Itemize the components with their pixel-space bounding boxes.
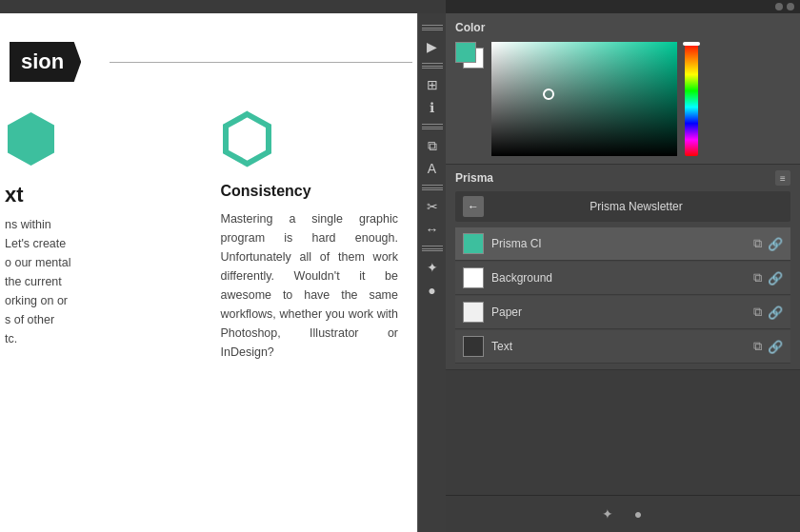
- entry-swatch-paper: [463, 302, 484, 323]
- entry-name-paper: Paper: [491, 305, 746, 319]
- title-section: sion: [0, 42, 412, 82]
- color-entry-prisma-ci[interactable]: Prisma CI ⧉ 🔗: [455, 227, 790, 261]
- entry-name-background: Background: [491, 271, 746, 285]
- grid-icon[interactable]: ⊞: [422, 74, 443, 95]
- toolbar-grip-2: [422, 63, 443, 69]
- right-top-bar: [446, 0, 800, 13]
- swatches-title: Prisma: [455, 171, 493, 185]
- toolbar-grip-4: [422, 185, 443, 190]
- feature-col-2: Consistency Mastering a single graphic p…: [207, 110, 413, 362]
- link-icon-paper[interactable]: 🔗: [768, 305, 783, 320]
- link-icon-text[interactable]: 🔗: [768, 340, 783, 354]
- hex-solid-icon: [5, 110, 57, 167]
- copy-icon-paper[interactable]: ⧉: [753, 305, 762, 320]
- color-entries: Prisma CI ⧉ 🔗 Background ⧉ 🔗 Paper: [455, 227, 790, 364]
- text-icon[interactable]: A: [422, 158, 443, 179]
- title-line: [110, 62, 412, 63]
- copy-icon-prisma-ci[interactable]: ⧉: [753, 236, 762, 251]
- color-swatches: [455, 42, 484, 69]
- top-bar-dot-1: [775, 3, 783, 10]
- copy-icon-background[interactable]: ⧉: [753, 270, 762, 286]
- left-top-bar: [0, 0, 446, 13]
- hue-slider[interactable]: [685, 42, 698, 156]
- link-icon-background[interactable]: 🔗: [768, 271, 783, 286]
- swatches-header: Prisma ≡: [455, 170, 790, 186]
- feature-1-text: ns withinLet's createo our mentalthe cur…: [5, 215, 192, 348]
- right-panel: Color Prisma ≡ ← Pr: [446, 0, 800, 532]
- color-panel: Color: [446, 13, 800, 165]
- toolbar-grip-3: [422, 124, 443, 129]
- entry-swatch-prisma-ci: [463, 233, 484, 254]
- color-picker-area: [455, 42, 790, 156]
- entry-swatch-background: [463, 267, 484, 288]
- left-toolbar: ▶ ⊞ ℹ ⧉ A ✂ ↔ ✦ ●: [417, 13, 446, 532]
- feature-col-1: xt ns withinLet's createo our mentalthe …: [0, 110, 207, 362]
- play-icon[interactable]: ▶: [422, 36, 443, 57]
- feature-2-text: Mastering a single graphic program is ha…: [221, 209, 399, 362]
- info-icon[interactable]: ℹ: [422, 97, 443, 118]
- feature-2-title: Consistency: [221, 183, 399, 200]
- entry-name-prisma-ci: Prisma CI: [491, 237, 746, 250]
- color-entry-text[interactable]: Text ⧉ 🔗: [455, 330, 790, 364]
- swatches-nav: ← Prisma Newsletter: [455, 191, 790, 222]
- circle-icon[interactable]: ●: [422, 280, 443, 301]
- bottom-toolbar: ✦ ●: [446, 495, 800, 532]
- color-entry-background[interactable]: Background ⧉ 🔗: [455, 262, 790, 295]
- color-gradient[interactable]: [491, 42, 677, 156]
- bottom-tool-effects[interactable]: ✦: [595, 502, 620, 526]
- top-bar-dots: [775, 3, 794, 10]
- nav-back-button[interactable]: ←: [463, 196, 484, 217]
- color-entry-paper[interactable]: Paper ⧉ 🔗: [455, 296, 790, 329]
- svg-marker-0: [8, 112, 54, 166]
- swatches-controls: ≡: [775, 170, 790, 186]
- toolbar-grip-1: [422, 25, 443, 30]
- hex-outline-icon: [221, 110, 273, 167]
- left-content: sion xt ns withinLet's createo our menta…: [0, 13, 446, 532]
- toolbar-grip-5: [422, 246, 443, 251]
- swatches-panel: Prisma ≡ ← Prisma Newsletter Prisma CI ⧉…: [446, 165, 800, 370]
- hue-handle: [683, 42, 700, 46]
- left-panel: ▶ ⊞ ℹ ⧉ A ✂ ↔ ✦ ● sion: [0, 0, 446, 532]
- cursor-dot: [543, 89, 554, 100]
- link-icon-prisma-ci[interactable]: 🔗: [768, 237, 783, 251]
- entry-actions-text: ⧉ 🔗: [753, 339, 783, 354]
- arrow-icon[interactable]: ↔: [422, 219, 443, 240]
- svg-marker-1: [226, 114, 269, 164]
- feature-1-title: xt: [5, 183, 192, 207]
- page-title: sion: [21, 49, 64, 73]
- nav-title: Prisma Newsletter: [490, 200, 783, 213]
- entry-swatch-text: [463, 336, 484, 357]
- swatch-fg[interactable]: [455, 42, 476, 63]
- swatch-pair: [455, 42, 484, 69]
- layers-icon[interactable]: ⧉: [422, 135, 443, 156]
- entry-actions-prisma-ci: ⧉ 🔗: [753, 236, 783, 251]
- entry-name-text: Text: [491, 340, 746, 353]
- entry-actions-background: ⧉ 🔗: [753, 270, 783, 286]
- title-arrow: sion: [10, 42, 81, 82]
- scissors-icon[interactable]: ✂: [422, 196, 443, 217]
- bottom-tool-circle[interactable]: ●: [626, 502, 650, 526]
- top-bar-dot-2: [787, 3, 794, 10]
- effects-icon[interactable]: ✦: [422, 257, 443, 278]
- hex-1-container: [5, 110, 192, 171]
- copy-icon-text[interactable]: ⧉: [753, 339, 762, 354]
- entry-actions-paper: ⧉ 🔗: [753, 305, 783, 320]
- swatches-menu-icon[interactable]: ≡: [775, 170, 790, 186]
- hex-2-container: [221, 110, 399, 171]
- features-grid: xt ns withinLet's createo our mentalthe …: [0, 110, 412, 362]
- color-panel-title: Color: [455, 21, 790, 34]
